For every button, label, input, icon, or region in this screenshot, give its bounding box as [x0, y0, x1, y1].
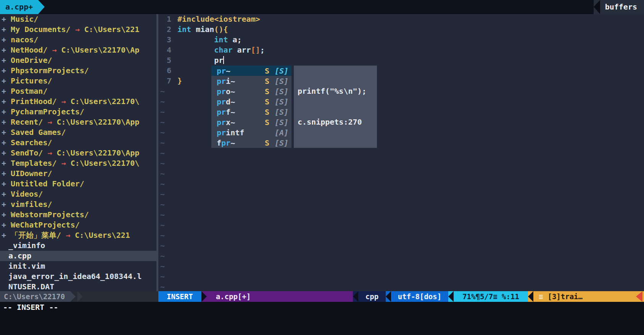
empty-line: ~ [158, 230, 644, 240]
tree-item-file[interactable]: a.cpp [0, 251, 156, 261]
file-name: a.cpp [2, 251, 31, 260]
completion-item[interactable]: printf[A] [211, 127, 291, 138]
tree-item-file[interactable]: NTUSER.DAT [0, 282, 156, 291]
completion-source: [S] [272, 77, 288, 86]
completion-item[interactable]: fpr~S[S] [211, 138, 291, 148]
tree-item-dir[interactable]: + PrintHood/ → C:\Users\22170\ [0, 96, 156, 107]
completion-preview: printf("%s\n"); c.snippets:270 [294, 66, 377, 148]
code-line[interactable]: 4 char arr[]; [158, 45, 644, 55]
tree-item-file[interactable]: _viminfo [0, 240, 156, 251]
tree-item-dir[interactable]: + Templates/ → C:\Users\22170\ [0, 158, 156, 168]
expand-icon: + [2, 56, 11, 65]
code-line[interactable]: 3 int a; [158, 35, 644, 45]
tree-item-dir[interactable]: + Untitled Folder/ [0, 179, 156, 189]
tilde-marker: ~ [158, 127, 165, 138]
nerdtree-sidebar[interactable]: + Music/+ My Documents/ → C:\Users\221+ … [0, 14, 156, 291]
completion-word: fpr~ [217, 138, 265, 147]
line-number: 4 [158, 45, 171, 55]
tilde-marker: ~ [158, 282, 165, 291]
tree-item-dir[interactable]: + Postman/ [0, 86, 156, 96]
completion-kind: S [265, 97, 272, 106]
expand-icon: + [2, 148, 11, 157]
symlink-target: C:\Users\221 [70, 231, 130, 240]
completion-kind: S [265, 107, 272, 117]
completion-kind: S [265, 77, 272, 86]
completion-item[interactable]: pri~S[S] [211, 76, 291, 86]
tree-item-dir[interactable]: + Searches/ [0, 138, 156, 148]
completion-word: printf [217, 128, 265, 137]
tree-item-dir[interactable]: + OneDrive/ [0, 55, 156, 66]
expand-icon: + [2, 159, 11, 168]
completion-item[interactable]: prx~S[S] [211, 117, 291, 127]
powerline-arrow-icon [70, 291, 76, 302]
tree-item-dir[interactable]: + SendTo/ → C:\Users\22170\App [0, 148, 156, 158]
symlink-arrow-icon: → [61, 97, 66, 106]
dir-name: NetHood/ [11, 45, 47, 54]
completion-kind: S [265, 66, 272, 75]
symlink-target: C:\Users\22170\App [52, 117, 139, 127]
tilde-marker: ~ [158, 189, 165, 199]
dir-name: 「开始」菜单/ [11, 231, 61, 240]
completion-source: [S] [272, 97, 288, 106]
dir-name: Music/ [11, 14, 38, 24]
tab-active-a.cpp[interactable]: a.cpp+ [0, 0, 38, 14]
tilde-marker: ~ [158, 179, 165, 189]
tree-item-file[interactable]: init.vim [0, 261, 156, 271]
file-name: init.vim [2, 261, 45, 271]
completion-source: [A] [272, 128, 288, 137]
expand-icon: + [2, 117, 11, 127]
buffers-button[interactable]: buffers [594, 0, 644, 14]
tilde-marker: ~ [158, 86, 165, 96]
tree-item-dir[interactable]: + NetHood/ → C:\Users\22170\Ap [0, 45, 156, 55]
code-line[interactable]: 5 pr [158, 55, 644, 66]
code-text: int a; [177, 35, 242, 45]
completion-item[interactable]: prf~S[S] [211, 107, 291, 117]
airline-statusline: INSERT a.cpp[+] cpp utf-8[dos] 71%¶5/7≡ … [158, 291, 644, 302]
tree-item-dir[interactable]: + PycharmProjects/ [0, 107, 156, 117]
tree-item-dir[interactable]: + WeChatProjects/ [0, 220, 156, 230]
tree-item-dir[interactable]: + Music/ [0, 14, 156, 24]
tree-item-dir[interactable]: + WebstormProjects/ [0, 210, 156, 220]
expand-icon: + [2, 169, 11, 178]
tree-item-dir[interactable]: + My Documents/ → C:\Users\221 [0, 24, 156, 35]
tree-item-dir[interactable]: + Saved Games/ [0, 127, 156, 138]
statusline-filename: a.cpp[+] [207, 291, 353, 302]
empty-line: ~ [158, 282, 644, 291]
tree-item-dir[interactable]: + vimfiles/ [0, 199, 156, 210]
tree-item-dir[interactable]: + PhpstormProjects/ [0, 66, 156, 76]
tilde-marker: ~ [158, 240, 165, 251]
tree-item-file[interactable]: java_error_in_idea64_108344.l [0, 271, 156, 282]
tilde-marker: ~ [158, 230, 165, 240]
statusline-separator-icon [201, 291, 207, 302]
tree-item-dir[interactable]: + nacos/ [0, 35, 156, 45]
code-line[interactable]: 2int mian(){ [158, 24, 644, 35]
completion-item[interactable]: prd~S[S] [211, 96, 291, 107]
dir-name: UIDowner/ [11, 169, 52, 178]
code-line[interactable]: 1#include<iostream> [158, 14, 644, 24]
symlink-target: C:\Users\22170\ [66, 159, 140, 168]
tilde-marker: ~ [158, 210, 165, 220]
tilde-marker: ~ [158, 199, 165, 210]
completion-source: [S] [272, 66, 288, 75]
completion-source: [S] [272, 87, 288, 96]
expand-icon: + [2, 14, 11, 24]
tree-item-dir[interactable]: + UIDowner/ [0, 168, 156, 179]
tilde-marker: ~ [158, 168, 165, 179]
dir-name: WeChatProjects/ [11, 220, 80, 229]
code-text: int mian(){ [177, 24, 228, 35]
completion-item[interactable]: pro~S[S] [211, 86, 291, 96]
editor-pane[interactable]: 1#include<iostream>2int mian(){3 int a;4… [158, 14, 644, 291]
tilde-marker: ~ [158, 148, 165, 158]
tree-item-dir[interactable]: + 「开始」菜单/ → C:\Users\221 [0, 230, 156, 240]
line-number: 2 [158, 24, 171, 35]
completion-item[interactable]: pr~S[S] [211, 66, 291, 76]
tree-item-dir[interactable]: + Videos/ [0, 189, 156, 199]
statusline-separator-icon [448, 291, 454, 302]
tree-item-dir[interactable]: + Pictures/ [0, 76, 156, 86]
tilde-marker: ~ [158, 220, 165, 230]
expand-icon: + [2, 231, 11, 240]
file-tree: + Music/+ My Documents/ → C:\Users\221+ … [0, 14, 156, 291]
expand-icon: + [2, 179, 11, 188]
alert-arrow-icon [636, 291, 642, 302]
tree-item-dir[interactable]: + Recent/ → C:\Users\22170\App [0, 117, 156, 127]
